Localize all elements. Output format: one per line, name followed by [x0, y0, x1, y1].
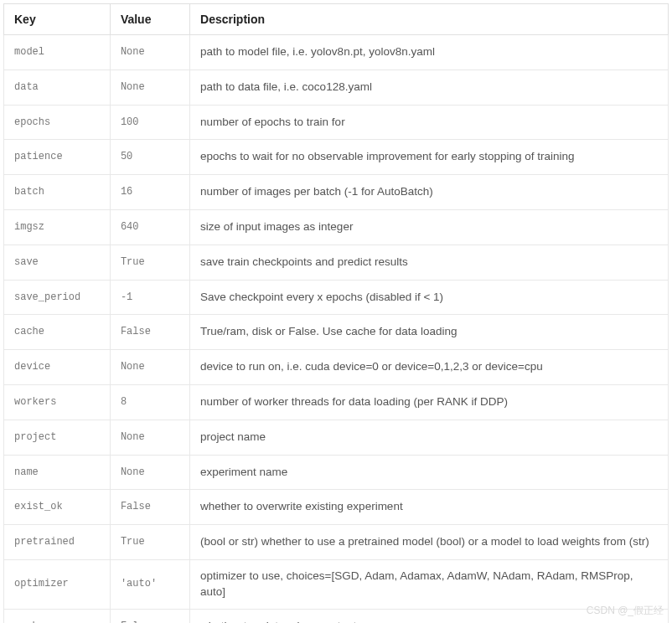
table-row: modelNonepath to model file, i.e. yolov8…: [4, 35, 669, 70]
param-key: name: [4, 455, 111, 490]
param-description: number of epochs to train for: [190, 105, 669, 140]
header-row: Key Value Description: [4, 4, 669, 35]
param-key: patience: [4, 140, 111, 175]
param-description: True/ram, disk or False. Use cache for d…: [190, 315, 669, 350]
table-row: save_period-1Save checkpoint every x epo…: [4, 280, 669, 315]
param-value: None: [110, 350, 189, 385]
param-value: None: [110, 35, 189, 70]
param-key: project: [4, 420, 111, 455]
table-row: deviceNonedevice to run on, i.e. cuda de…: [4, 350, 669, 385]
param-key: verbose: [4, 609, 111, 623]
param-key: epochs: [4, 105, 111, 140]
param-value: None: [110, 420, 189, 455]
header-description: Description: [190, 4, 669, 35]
param-value: True: [110, 245, 189, 280]
param-description: (bool or str) whether to use a pretraine…: [190, 525, 669, 560]
param-description: device to run on, i.e. cuda device=0 or …: [190, 350, 669, 385]
param-value: 50: [110, 140, 189, 175]
table-row: patience50epochs to wait for no observab…: [4, 140, 669, 175]
param-description: Save checkpoint every x epochs (disabled…: [190, 280, 669, 315]
param-description: epochs to wait for no observable improve…: [190, 140, 669, 175]
param-key: workers: [4, 384, 111, 420]
param-value: 'auto': [110, 559, 189, 609]
param-description: size of input images as integer: [190, 209, 669, 245]
table-row: dataNonepath to data file, i.e. coco128.…: [4, 70, 669, 105]
table-row: projectNoneproject name: [4, 420, 669, 455]
param-key: imgsz: [4, 209, 111, 245]
param-value: -1: [110, 280, 189, 315]
param-key: exist_ok: [4, 490, 111, 525]
param-value: False: [110, 609, 189, 623]
param-value: None: [110, 455, 189, 490]
param-description: number of worker threads for data loadin…: [190, 384, 669, 420]
param-value: 16: [110, 175, 189, 210]
param-key: model: [4, 35, 111, 70]
param-value: False: [110, 315, 189, 350]
param-value: False: [110, 490, 189, 525]
param-key: device: [4, 350, 111, 385]
param-value: True: [110, 525, 189, 560]
param-description: whether to overwrite existing experiment: [190, 490, 669, 525]
param-key: pretrained: [4, 525, 111, 560]
param-value: 100: [110, 105, 189, 140]
param-value: 8: [110, 384, 189, 420]
header-value: Value: [110, 4, 189, 35]
parameters-table: Key Value Description modelNonepath to m…: [3, 3, 669, 623]
param-key: data: [4, 70, 111, 105]
param-description: path to data file, i.e. coco128.yaml: [190, 70, 669, 105]
param-description: path to model file, i.e. yolov8n.pt, yol…: [190, 35, 669, 70]
param-value: 640: [110, 209, 189, 245]
table-row: workers8number of worker threads for dat…: [4, 384, 669, 420]
param-description: optimizer to use, choices=[SGD, Adam, Ad…: [190, 559, 669, 609]
param-key: cache: [4, 315, 111, 350]
table-row: pretrainedTrue(bool or str) whether to u…: [4, 525, 669, 560]
param-description: save train checkpoints and predict resul…: [190, 245, 669, 280]
table-row: nameNoneexperiment name: [4, 455, 669, 490]
param-value: None: [110, 70, 189, 105]
param-key: optimizer: [4, 559, 111, 609]
param-description: number of images per batch (-1 for AutoB…: [190, 175, 669, 210]
table-row: imgsz640size of input images as integer: [4, 209, 669, 245]
header-key: Key: [4, 4, 111, 35]
table-row: saveTruesave train checkpoints and predi…: [4, 245, 669, 280]
param-description: experiment name: [190, 455, 669, 490]
table-row: exist_okFalsewhether to overwrite existi…: [4, 490, 669, 525]
table-row: batch16number of images per batch (-1 fo…: [4, 175, 669, 210]
table-row: epochs100number of epochs to train for: [4, 105, 669, 140]
param-key: save_period: [4, 280, 111, 315]
param-key: save: [4, 245, 111, 280]
table-row: verboseFalsewhether to print verbose out…: [4, 609, 669, 623]
table-row: cacheFalseTrue/ram, disk or False. Use c…: [4, 315, 669, 350]
param-description: project name: [190, 420, 669, 455]
table-row: optimizer'auto'optimizer to use, choices…: [4, 559, 669, 609]
param-key: batch: [4, 175, 111, 210]
param-description: whether to print verbose output: [190, 609, 669, 623]
